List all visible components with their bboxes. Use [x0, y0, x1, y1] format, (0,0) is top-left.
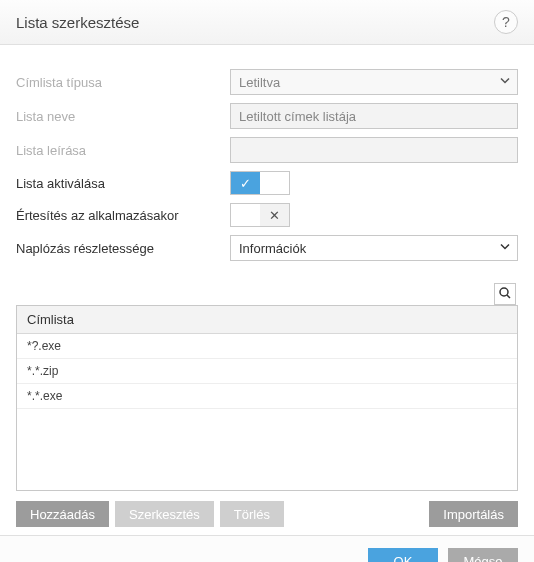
search-icon — [498, 286, 512, 303]
label-list-name: Lista neve — [16, 109, 230, 124]
dialog-title: Lista szerkesztése — [16, 14, 139, 31]
select-log-severity[interactable]: Információk — [230, 235, 518, 261]
label-list-active: Lista aktiválása — [16, 176, 230, 191]
table-row[interactable]: *.*.exe — [17, 384, 517, 409]
toggle-notify-apply[interactable]: ✕ — [230, 203, 290, 227]
toggle-blank — [260, 172, 289, 194]
import-button[interactable]: Importálás — [429, 501, 518, 527]
toggle-blank — [231, 204, 260, 226]
toggle-list-active[interactable]: ✓ — [230, 171, 290, 195]
chevron-down-icon — [499, 75, 511, 90]
label-list-desc: Lista leírása — [16, 143, 230, 158]
input-list-desc — [230, 137, 518, 163]
cancel-button[interactable]: Mégse — [448, 548, 518, 562]
add-button[interactable]: Hozzáadás — [16, 501, 109, 527]
svg-point-0 — [500, 288, 508, 296]
table-header[interactable]: Címlista — [17, 306, 517, 334]
select-log-severity-value: Információk — [239, 241, 306, 256]
input-list-name — [230, 103, 518, 129]
label-notify-apply: Értesítés az alkalmazásakor — [16, 208, 230, 223]
table-row[interactable]: *.*.zip — [17, 359, 517, 384]
label-list-type: Címlista típusa — [16, 75, 230, 90]
delete-button: Törlés — [220, 501, 284, 527]
search-button[interactable] — [494, 283, 516, 305]
help-icon: ? — [502, 14, 510, 30]
table-body[interactable]: *?.exe *.*.zip *.*.exe — [17, 334, 517, 490]
edit-button: Szerkesztés — [115, 501, 214, 527]
check-icon: ✓ — [231, 172, 260, 194]
select-list-type[interactable]: Letiltva — [230, 69, 518, 95]
help-button[interactable]: ? — [494, 10, 518, 34]
select-list-type-value: Letiltva — [239, 75, 280, 90]
ok-button[interactable]: OK — [368, 548, 438, 562]
address-list-table: Címlista *?.exe *.*.zip *.*.exe — [16, 305, 518, 491]
table-row[interactable]: *?.exe — [17, 334, 517, 359]
x-icon: ✕ — [260, 204, 289, 226]
label-log-severity: Naplózás részletessége — [16, 241, 230, 256]
chevron-down-icon — [499, 241, 511, 256]
svg-line-1 — [507, 295, 510, 298]
